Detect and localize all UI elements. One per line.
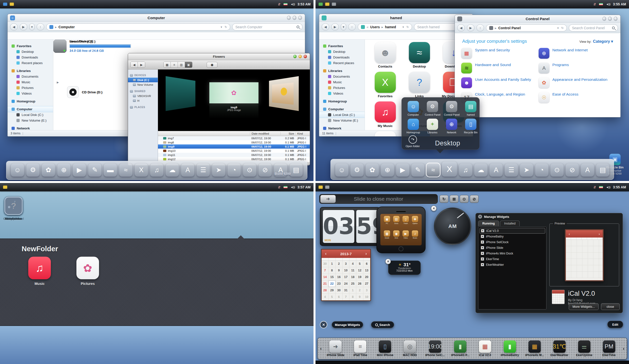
widget-dock-item[interactable]: ◎ MAC HDD [401, 340, 419, 357]
checkbox[interactable]: ✕ [481, 252, 484, 255]
sidebar-item[interactable]: Music [319, 79, 365, 85]
next-month-button[interactable]: › [362, 251, 370, 256]
checkbox[interactable]: ✕ [481, 229, 484, 232]
refresh-icon[interactable]: ↻ [406, 25, 409, 29]
language-flag-icon[interactable] [599, 3, 603, 6]
search-input[interactable]: Search Computer [232, 23, 303, 30]
widget-dock-item[interactable]: ▦ iPhone4s M... [525, 340, 544, 357]
dock-icon[interactable]: ☁ [474, 163, 487, 177]
minimize-button[interactable] [293, 55, 297, 58]
column-size[interactable]: Size [280, 132, 296, 135]
calendar-day[interactable]: 4 [322, 294, 328, 300]
phone-app[interactable]: ♫ Music [410, 230, 420, 244]
slider-track[interactable]: ➜ Slide to close monitor [319, 194, 438, 204]
dock-icon[interactable]: ◔ [535, 163, 548, 177]
sidebar-item[interactable]: Music [8, 79, 53, 85]
am-dial-widget[interactable]: AM [434, 208, 471, 245]
dock-icon[interactable]: ✿ [366, 163, 379, 177]
file-row[interactable]: img12 06/07/12, 19:00 0.1 MB JPEG I [158, 157, 310, 161]
stack-item[interactable]: ⚙ Control Panel [425, 101, 440, 116]
phone-app[interactable]: ✚ Option [410, 216, 420, 230]
sidebar-item[interactable]: New Volume (E:) [8, 118, 53, 123]
calendar-day[interactable]: 24 [342, 280, 349, 287]
manage-widgets-button[interactable]: Manage Widgets [332, 321, 363, 328]
stack-item[interactable]: ✦ Libraries [425, 119, 440, 134]
checkbox[interactable]: ✕ [481, 235, 484, 238]
category-icon[interactable]: ▦ [461, 48, 472, 59]
drive-item[interactable]: New Volume (E:) 24.7 GB free of 24.8 GB [53, 40, 131, 53]
monitor-button[interactable]: ⊘ [470, 195, 479, 203]
dock-icon[interactable]: ✎ [411, 163, 425, 177]
hamed-titlebar[interactable]: hamed [319, 14, 473, 22]
calendar-day[interactable]: 19 [356, 274, 363, 280]
phone-app[interactable]: ▣ PC [382, 216, 392, 230]
language-flag-icon[interactable] [283, 3, 288, 6]
sidebar-item[interactable]: Desktop [319, 49, 365, 55]
dock-icon[interactable]: ☁ [165, 163, 179, 177]
updown-arrows-icon[interactable]: ⇵ [593, 2, 596, 6]
widget-list-item[interactable]: ✕ iPhone Slide [479, 245, 545, 250]
sidebar-item[interactable]: Downloads [319, 55, 365, 60]
volume-icon[interactable]: ◄))) [291, 186, 295, 189]
calendar-widget[interactable]: ‹ 2013-7 › 30123456789101112131415161718… [321, 249, 371, 301]
coverflow-view-button[interactable]: ▣ [185, 62, 192, 68]
file-row[interactable]: img7 06/07/12, 19:00 0.2 MB JPEG I [158, 136, 310, 140]
scroll-left-icon[interactable]: ‹ [320, 346, 322, 351]
scroll-right-icon[interactable]: › [623, 346, 624, 351]
monitor-button[interactable]: ⊙ [460, 195, 469, 203]
folder-icon[interactable] [318, 185, 323, 189]
volume-icon[interactable]: ◄))) [606, 3, 610, 6]
prev-month-button[interactable]: ‹ [322, 251, 330, 256]
breadcrumb-users[interactable]: Users [370, 25, 380, 29]
close-button[interactable]: close [601, 303, 620, 310]
dock-icon[interactable]: ☰ [197, 163, 210, 177]
folder-icon[interactable] [325, 2, 329, 6]
dock-icon[interactable]: ➤ [212, 163, 225, 177]
file-row[interactable]: img10 06/07/12, 19:00 0.1 MB JPEG I [158, 149, 310, 153]
calendar-day[interactable]: 14 [322, 274, 328, 280]
calendar-day[interactable]: 3 [342, 261, 349, 267]
category-title[interactable]: Programs [552, 63, 569, 67]
sidebar-item[interactable]: Computer [319, 106, 365, 112]
monitor-button[interactable]: ⊠ [450, 195, 459, 203]
sidebar-item[interactable]: Pictures [319, 85, 365, 91]
folder-icon[interactable] [318, 2, 323, 6]
maximize-button[interactable] [299, 55, 302, 58]
calendar-day[interactable]: 3 [363, 287, 370, 294]
close-icon[interactable]: ✕ [478, 215, 482, 219]
refresh-icon[interactable]: ↻ [225, 25, 227, 29]
folder-item[interactable]: ≈ Desktop [409, 42, 430, 68]
category-icon[interactable]: A [539, 63, 549, 73]
calendar-day[interactable]: 7 [322, 267, 328, 274]
dock-icon[interactable]: A [489, 163, 503, 177]
widget-dock-item[interactable]: ⚌ EkerUptime [575, 340, 594, 357]
sidebar-item[interactable]: Downloads [8, 55, 53, 60]
refresh-icon[interactable]: ↻ [561, 26, 564, 30]
forward-button[interactable]: ▶ [331, 23, 339, 30]
edit-button[interactable]: Edit [607, 321, 623, 328]
sidebar-item[interactable]: Videos [8, 91, 53, 96]
calendar-day[interactable]: 7 [342, 294, 349, 300]
folder-item[interactable]: ☻ Contacts [375, 42, 396, 68]
category-title[interactable]: Clock, Language, and Region [475, 92, 525, 97]
category-title[interactable]: Network and Internet [552, 48, 588, 52]
folder-item[interactable]: X Favorites [375, 72, 396, 98]
up-button[interactable]: ↑ [348, 23, 356, 30]
maximize-button[interactable] [293, 16, 296, 20]
maximize-button[interactable] [608, 17, 612, 21]
close-button[interactable] [304, 55, 307, 58]
sidebar-item[interactable]: PLACES [128, 105, 158, 110]
sidebar-item[interactable]: Homegroup [319, 99, 365, 104]
close-button[interactable] [298, 16, 302, 20]
widget-dock-item[interactable]: ≡ iPad Time [351, 340, 370, 357]
dock-icon[interactable]: ⚙ [26, 163, 39, 177]
sidebar-item[interactable]: Favorites [319, 43, 365, 49]
launchpad-item[interactable]: ? RasLink [0, 197, 27, 221]
view-by-dropdown[interactable]: Category ▾ [593, 39, 613, 44]
checkbox[interactable]: ✕ [481, 241, 484, 244]
back-button[interactable]: ◀ [457, 24, 465, 31]
widget-dock-item[interactable]: 19:00 iPhone SelC... [425, 340, 445, 357]
coverflow-area[interactable]: ✿ img9 JPEG Image [158, 70, 310, 131]
widget-list-item[interactable]: ✕ iCal V2.0 [479, 228, 545, 234]
forward-button[interactable]: ▶ [20, 23, 27, 30]
